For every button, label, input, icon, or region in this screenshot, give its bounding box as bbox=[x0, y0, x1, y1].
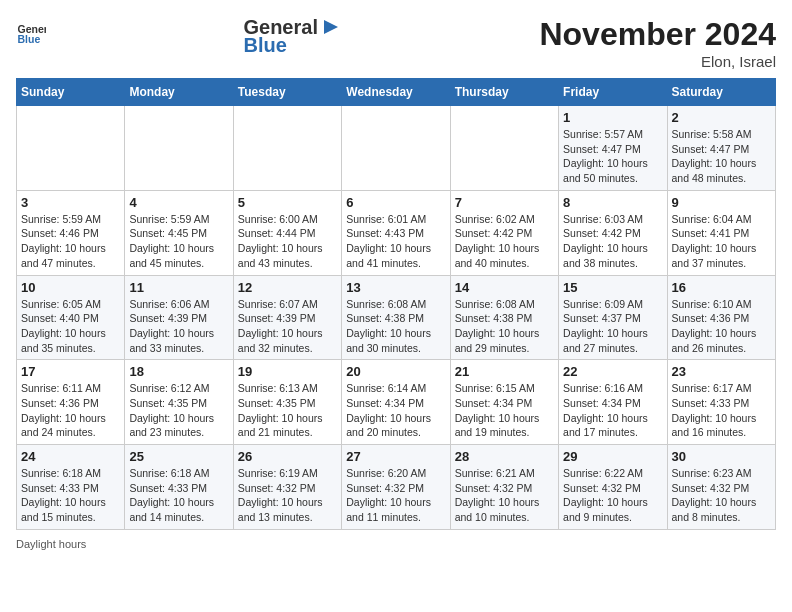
calendar-cell: 24Sunrise: 6:18 AMSunset: 4:33 PMDayligh… bbox=[17, 445, 125, 530]
day-number: 25 bbox=[129, 449, 228, 464]
svg-marker-2 bbox=[324, 20, 338, 34]
day-number: 13 bbox=[346, 280, 445, 295]
calendar-cell: 15Sunrise: 6:09 AMSunset: 4:37 PMDayligh… bbox=[559, 275, 667, 360]
logo: General Blue bbox=[16, 16, 46, 46]
day-number: 29 bbox=[563, 449, 662, 464]
day-info: Sunrise: 6:08 AMSunset: 4:38 PMDaylight:… bbox=[455, 297, 554, 356]
day-number: 9 bbox=[672, 195, 771, 210]
day-number: 7 bbox=[455, 195, 554, 210]
header-day-tuesday: Tuesday bbox=[233, 79, 341, 106]
calendar-cell bbox=[125, 106, 233, 191]
calendar-cell: 30Sunrise: 6:23 AMSunset: 4:32 PMDayligh… bbox=[667, 445, 775, 530]
header-day-wednesday: Wednesday bbox=[342, 79, 450, 106]
title-area: November 2024 Elon, Israel bbox=[539, 16, 776, 70]
day-info: Sunrise: 6:23 AMSunset: 4:32 PMDaylight:… bbox=[672, 466, 771, 525]
day-info: Sunrise: 6:15 AMSunset: 4:34 PMDaylight:… bbox=[455, 381, 554, 440]
day-info: Sunrise: 6:09 AMSunset: 4:37 PMDaylight:… bbox=[563, 297, 662, 356]
calendar-cell: 21Sunrise: 6:15 AMSunset: 4:34 PMDayligh… bbox=[450, 360, 558, 445]
calendar-cell bbox=[450, 106, 558, 191]
day-number: 21 bbox=[455, 364, 554, 379]
day-number: 11 bbox=[129, 280, 228, 295]
location: Elon, Israel bbox=[539, 53, 776, 70]
header-day-saturday: Saturday bbox=[667, 79, 775, 106]
day-info: Sunrise: 6:19 AMSunset: 4:32 PMDaylight:… bbox=[238, 466, 337, 525]
calendar-week-3: 17Sunrise: 6:11 AMSunset: 4:36 PMDayligh… bbox=[17, 360, 776, 445]
calendar-table: SundayMondayTuesdayWednesdayThursdayFrid… bbox=[16, 78, 776, 530]
day-info: Sunrise: 6:01 AMSunset: 4:43 PMDaylight:… bbox=[346, 212, 445, 271]
day-info: Sunrise: 6:18 AMSunset: 4:33 PMDaylight:… bbox=[129, 466, 228, 525]
day-number: 26 bbox=[238, 449, 337, 464]
day-number: 2 bbox=[672, 110, 771, 125]
header-row: SundayMondayTuesdayWednesdayThursdayFrid… bbox=[17, 79, 776, 106]
logo-blue: Blue bbox=[243, 34, 341, 56]
day-number: 16 bbox=[672, 280, 771, 295]
day-info: Sunrise: 6:22 AMSunset: 4:32 PMDaylight:… bbox=[563, 466, 662, 525]
day-number: 3 bbox=[21, 195, 120, 210]
calendar-cell: 2Sunrise: 5:58 AMSunset: 4:47 PMDaylight… bbox=[667, 106, 775, 191]
day-info: Sunrise: 6:20 AMSunset: 4:32 PMDaylight:… bbox=[346, 466, 445, 525]
day-info: Sunrise: 5:59 AMSunset: 4:45 PMDaylight:… bbox=[129, 212, 228, 271]
day-number: 5 bbox=[238, 195, 337, 210]
day-number: 14 bbox=[455, 280, 554, 295]
day-info: Sunrise: 6:12 AMSunset: 4:35 PMDaylight:… bbox=[129, 381, 228, 440]
day-info: Sunrise: 6:18 AMSunset: 4:33 PMDaylight:… bbox=[21, 466, 120, 525]
day-number: 20 bbox=[346, 364, 445, 379]
day-info: Sunrise: 6:06 AMSunset: 4:39 PMDaylight:… bbox=[129, 297, 228, 356]
day-info: Sunrise: 6:21 AMSunset: 4:32 PMDaylight:… bbox=[455, 466, 554, 525]
calendar-cell: 20Sunrise: 6:14 AMSunset: 4:34 PMDayligh… bbox=[342, 360, 450, 445]
calendar-cell: 18Sunrise: 6:12 AMSunset: 4:35 PMDayligh… bbox=[125, 360, 233, 445]
day-number: 10 bbox=[21, 280, 120, 295]
daylight-label: Daylight hours bbox=[16, 538, 86, 550]
day-info: Sunrise: 6:17 AMSunset: 4:33 PMDaylight:… bbox=[672, 381, 771, 440]
day-info: Sunrise: 6:16 AMSunset: 4:34 PMDaylight:… bbox=[563, 381, 662, 440]
calendar-cell: 26Sunrise: 6:19 AMSunset: 4:32 PMDayligh… bbox=[233, 445, 341, 530]
day-number: 24 bbox=[21, 449, 120, 464]
day-info: Sunrise: 6:13 AMSunset: 4:35 PMDaylight:… bbox=[238, 381, 337, 440]
day-number: 4 bbox=[129, 195, 228, 210]
day-info: Sunrise: 6:07 AMSunset: 4:39 PMDaylight:… bbox=[238, 297, 337, 356]
svg-text:Blue: Blue bbox=[18, 33, 41, 45]
day-number: 22 bbox=[563, 364, 662, 379]
page-header: General Blue General Blue November 2024 … bbox=[16, 16, 776, 70]
calendar-cell: 7Sunrise: 6:02 AMSunset: 4:42 PMDaylight… bbox=[450, 190, 558, 275]
day-info: Sunrise: 6:00 AMSunset: 4:44 PMDaylight:… bbox=[238, 212, 337, 271]
day-info: Sunrise: 6:05 AMSunset: 4:40 PMDaylight:… bbox=[21, 297, 120, 356]
calendar-cell: 14Sunrise: 6:08 AMSunset: 4:38 PMDayligh… bbox=[450, 275, 558, 360]
day-info: Sunrise: 6:03 AMSunset: 4:42 PMDaylight:… bbox=[563, 212, 662, 271]
calendar-cell: 19Sunrise: 6:13 AMSunset: 4:35 PMDayligh… bbox=[233, 360, 341, 445]
logo-icon: General Blue bbox=[16, 16, 46, 46]
calendar-cell: 28Sunrise: 6:21 AMSunset: 4:32 PMDayligh… bbox=[450, 445, 558, 530]
footer: Daylight hours bbox=[16, 538, 776, 550]
calendar-cell: 6Sunrise: 6:01 AMSunset: 4:43 PMDaylight… bbox=[342, 190, 450, 275]
calendar-cell: 25Sunrise: 6:18 AMSunset: 4:33 PMDayligh… bbox=[125, 445, 233, 530]
logo-text-block: General Blue bbox=[243, 16, 341, 56]
calendar-cell: 12Sunrise: 6:07 AMSunset: 4:39 PMDayligh… bbox=[233, 275, 341, 360]
calendar-week-0: 1Sunrise: 5:57 AMSunset: 4:47 PMDaylight… bbox=[17, 106, 776, 191]
day-number: 12 bbox=[238, 280, 337, 295]
header-day-friday: Friday bbox=[559, 79, 667, 106]
day-info: Sunrise: 5:58 AMSunset: 4:47 PMDaylight:… bbox=[672, 127, 771, 186]
calendar-cell bbox=[233, 106, 341, 191]
day-number: 30 bbox=[672, 449, 771, 464]
day-number: 15 bbox=[563, 280, 662, 295]
calendar-body: 1Sunrise: 5:57 AMSunset: 4:47 PMDaylight… bbox=[17, 106, 776, 530]
day-number: 6 bbox=[346, 195, 445, 210]
calendar-cell: 1Sunrise: 5:57 AMSunset: 4:47 PMDaylight… bbox=[559, 106, 667, 191]
calendar-cell bbox=[17, 106, 125, 191]
calendar-cell: 27Sunrise: 6:20 AMSunset: 4:32 PMDayligh… bbox=[342, 445, 450, 530]
day-info: Sunrise: 6:02 AMSunset: 4:42 PMDaylight:… bbox=[455, 212, 554, 271]
day-number: 19 bbox=[238, 364, 337, 379]
calendar-header: SundayMondayTuesdayWednesdayThursdayFrid… bbox=[17, 79, 776, 106]
day-number: 17 bbox=[21, 364, 120, 379]
calendar-cell: 16Sunrise: 6:10 AMSunset: 4:36 PMDayligh… bbox=[667, 275, 775, 360]
calendar-cell: 17Sunrise: 6:11 AMSunset: 4:36 PMDayligh… bbox=[17, 360, 125, 445]
day-info: Sunrise: 6:11 AMSunset: 4:36 PMDaylight:… bbox=[21, 381, 120, 440]
calendar-cell: 3Sunrise: 5:59 AMSunset: 4:46 PMDaylight… bbox=[17, 190, 125, 275]
calendar-cell: 5Sunrise: 6:00 AMSunset: 4:44 PMDaylight… bbox=[233, 190, 341, 275]
calendar-week-1: 3Sunrise: 5:59 AMSunset: 4:46 PMDaylight… bbox=[17, 190, 776, 275]
day-number: 27 bbox=[346, 449, 445, 464]
calendar-cell: 9Sunrise: 6:04 AMSunset: 4:41 PMDaylight… bbox=[667, 190, 775, 275]
day-info: Sunrise: 5:57 AMSunset: 4:47 PMDaylight:… bbox=[563, 127, 662, 186]
calendar-cell: 4Sunrise: 5:59 AMSunset: 4:45 PMDaylight… bbox=[125, 190, 233, 275]
day-number: 8 bbox=[563, 195, 662, 210]
